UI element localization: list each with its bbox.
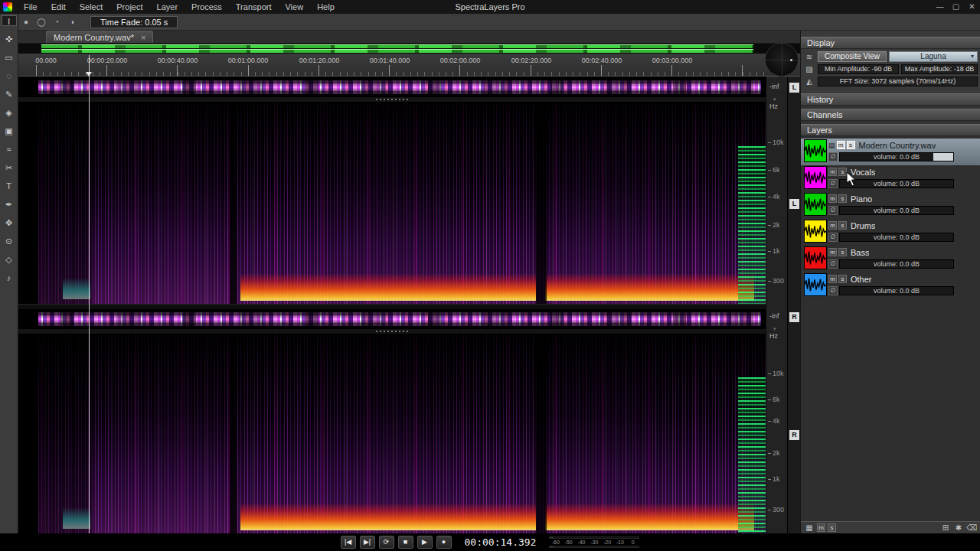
layer-thumbnail[interactable] [804,246,827,269]
zoom-tool[interactable]: ⊙ [2,236,17,246]
delete-layer-icon[interactable]: ⌫ [966,523,977,532]
phase-invert-button[interactable]: ∅ [828,179,838,188]
fft-size-field[interactable]: FFT Size: 3072 samples (70ms/14Hz) [818,77,978,86]
menu-help[interactable]: Help [310,0,341,14]
layer-thumbnail[interactable] [804,193,827,216]
section-header-channels[interactable]: Channels [801,109,980,121]
volume-slider[interactable]: volume: 0.0 dB [839,286,954,295]
section-header-display[interactable]: Display [801,37,980,49]
mute-button[interactable]: m [837,141,845,149]
volume-slider[interactable]: volume: 0.0 dB [839,233,954,242]
loop-button[interactable]: ⟳ [379,536,394,549]
menu-project[interactable]: Project [109,0,149,14]
play-button[interactable]: ▶ [417,536,433,549]
move-tool[interactable]: ✜ [2,34,17,44]
frequency-scale[interactable]: -inf ▾ Hz 10k 6k 4k 2k 1k 300 -inf ▾ Hz … [766,77,787,533]
menu-process[interactable]: Process [185,0,229,14]
add-layer-icon[interactable]: ⊞ [940,523,951,532]
layer-name[interactable]: Drums [848,221,875,230]
phase-invert-button[interactable]: ∅ [828,259,838,269]
phase-invert-button[interactable]: ∅ [828,233,838,242]
mute-button[interactable]: m [828,194,837,203]
playback-tool[interactable]: ♪ [2,272,17,283]
phase-invert-button[interactable]: ∅ [828,152,838,161]
max-amplitude-field[interactable]: Max Amplitude: -18 dB [901,64,978,74]
time-ruler[interactable]: 00.000 00:00:20.000 00:00:40.000 00:01:0… [18,54,800,77]
close-button[interactable]: ✕ [964,0,980,14]
phase-invert-button[interactable]: ∅ [828,286,838,295]
hand-tool[interactable]: ✥ [2,217,17,228]
section-header-history[interactable]: History [801,93,980,106]
solo-button[interactable]: s [847,141,855,149]
go-to-end-button[interactable]: ▶| [360,536,375,549]
layer-thumbnail[interactable] [804,220,827,243]
jog-wheel[interactable] [765,43,799,77]
fft-icon[interactable]: ◭ [803,77,815,86]
tool-option-icon-1[interactable]: ● [18,18,34,26]
brush-tool[interactable]: ✎ [2,89,17,99]
layer-name[interactable]: Other [848,275,872,284]
solo-button[interactable]: s [838,275,847,283]
go-to-start-button[interactable]: |◀ [341,536,356,549]
eraser-tool[interactable]: ◈ [2,107,17,118]
maximize-button[interactable]: ▢ [948,0,964,14]
menu-view[interactable]: View [278,0,310,14]
stamp-tool[interactable]: ▣ [2,126,17,136]
solo-button[interactable]: s [838,221,847,230]
minimize-button[interactable]: — [932,0,948,14]
document-tab[interactable]: Modern Country.wav* × [46,31,153,43]
composite-view-button[interactable]: Composite View [818,51,887,62]
text-selection-tool[interactable]: Ⅰ [2,15,17,26]
waveform-left-channel[interactable] [18,77,766,97]
fx-icon[interactable]: ✱ [953,523,964,532]
layer-name[interactable]: Piano [848,194,872,204]
menu-file[interactable]: File [17,0,44,14]
mute-button[interactable]: m [828,168,837,176]
menu-edit[interactable]: Edit [44,0,73,14]
tool-option-icon-4[interactable]: ◑ [64,18,80,26]
pen-tool[interactable]: ✒ [2,199,17,210]
smudge-tool[interactable]: ≈ [2,144,17,155]
mute-all-button[interactable]: m [817,523,825,532]
display-mode-icon[interactable]: ≋ [803,53,815,61]
playhead[interactable] [89,55,90,533]
mute-button[interactable]: m [828,248,837,256]
scissors-tool[interactable]: ✂ [2,162,17,173]
solo-button[interactable]: s [838,248,847,256]
channels-toggle-icon[interactable]: ▦ [804,523,815,532]
solo-all-button[interactable]: s [828,523,836,532]
layer-row[interactable]: m s Piano ∅ volume: 0.0 dB [801,192,980,219]
chevron-down-icon[interactable]: ▾ [773,96,776,103]
layer-row[interactable]: ▤ m s Modern Country.wav ∅ volume: 0.0 d… [801,139,980,165]
solo-button[interactable]: s [838,194,847,203]
layer-name[interactable]: Bass [848,248,869,257]
min-amplitude-field[interactable]: Min Amplitude: -90 dB [818,64,899,74]
menu-select[interactable]: Select [73,0,110,14]
lasso-tool[interactable]: ◌ [2,70,17,81]
layer-row[interactable]: m s Vocals ∅ volume: 0.0 dB [801,165,980,192]
record-button[interactable]: ● [436,536,452,549]
layer-thumbnail[interactable] [804,139,827,162]
amplitude-range-icon[interactable]: ▨ [803,65,815,73]
waveform-right-channel[interactable] [18,309,766,329]
menu-layer[interactable]: Layer [150,0,185,14]
stop-button[interactable]: ■ [398,536,413,549]
layer-row[interactable]: m s Bass ∅ volume: 0.0 dB [801,246,980,272]
mute-button[interactable]: m [828,275,837,283]
colormap-dropdown[interactable]: Laguna ▾ [889,51,978,62]
tool-option-icon-3[interactable]: ◔ [49,18,64,26]
transform-tool[interactable]: T [2,181,17,191]
section-header-layers[interactable]: Layers [801,124,980,136]
overview-meter[interactable] [18,44,800,54]
mute-button[interactable]: m [828,221,837,230]
spectrogram-left-channel[interactable] [18,102,766,304]
layer-name[interactable]: Modern Country.wav [857,141,936,150]
marquee-tool[interactable]: ▭ [2,52,17,63]
tool-option-icon-2[interactable]: ◯ [34,18,49,26]
tab-close-icon[interactable]: × [141,33,145,42]
volume-slider[interactable]: volume: 0.0 dB [839,152,954,161]
layer-row[interactable]: m s Drums ∅ volume: 0.0 dB [801,219,980,246]
layer-thumbnail[interactable] [804,166,827,189]
layer-thumbnail[interactable] [804,273,827,296]
menu-transport[interactable]: Transport [229,0,279,14]
